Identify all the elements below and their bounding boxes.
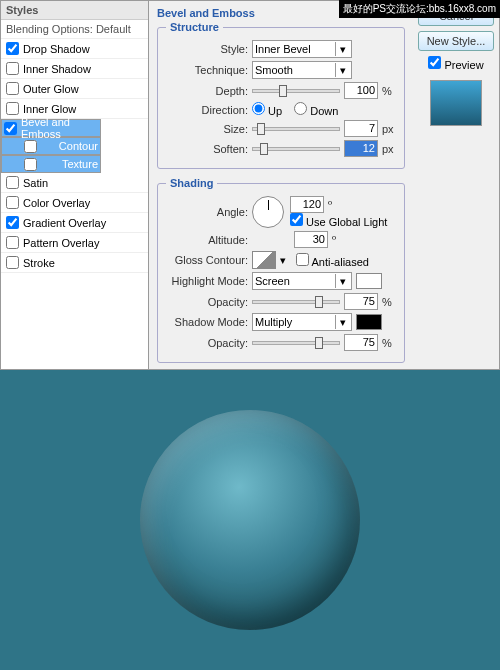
gloss-contour-picker[interactable]: [252, 251, 276, 269]
blending-options[interactable]: Blending Options: Default: [1, 20, 148, 39]
right-panel: Cancel New Style... Preview: [413, 1, 499, 369]
sidebar-item-inner-shadow[interactable]: Inner Shadow: [1, 59, 148, 79]
sidebar-item-drop-shadow[interactable]: Drop Shadow: [1, 39, 148, 59]
canvas-preview: [0, 370, 500, 670]
sidebar-item-label: Inner Shadow: [23, 63, 91, 75]
structure-group: Structure Style: Inner Bevel▾ Technique:…: [157, 21, 405, 169]
layer-style-dialog: Styles Blending Options: Default Drop Sh…: [0, 0, 500, 370]
shadow-opacity-input[interactable]: 75: [344, 334, 378, 351]
highlight-opacity-input[interactable]: 75: [344, 293, 378, 310]
highlight-mode-select[interactable]: Screen▾: [252, 272, 352, 290]
style-select[interactable]: Inner Bevel▾: [252, 40, 352, 58]
angle-label: Angle:: [166, 206, 248, 218]
sidebar-item-stroke[interactable]: Stroke: [1, 253, 148, 273]
style-checkbox[interactable]: [6, 82, 19, 95]
style-checkbox[interactable]: [6, 256, 19, 269]
style-checkbox[interactable]: [4, 122, 17, 135]
preview-checkbox[interactable]: Preview: [428, 56, 483, 71]
style-checkbox[interactable]: [24, 158, 37, 171]
direction-label: Direction:: [166, 104, 248, 116]
direction-down-radio[interactable]: Down: [294, 102, 338, 117]
shadow-color-swatch[interactable]: [356, 314, 382, 330]
chevron-down-icon: ▾: [335, 42, 349, 56]
soften-input[interactable]: 12: [344, 140, 378, 157]
sidebar-header[interactable]: Styles: [1, 1, 148, 20]
watermark-banner: 最好的PS交流论坛:bbs.16xx8.com: [339, 0, 500, 18]
sidebar-item-label: Inner Glow: [23, 103, 76, 115]
highlight-mode-label: Highlight Mode:: [166, 275, 248, 287]
technique-select[interactable]: Smooth▾: [252, 61, 352, 79]
depth-input[interactable]: 100: [344, 82, 378, 99]
size-input[interactable]: 7: [344, 120, 378, 137]
depth-unit: %: [382, 85, 396, 97]
highlight-color-swatch[interactable]: [356, 273, 382, 289]
style-checkbox[interactable]: [24, 140, 37, 153]
sidebar-item-label: Texture: [62, 158, 98, 170]
highlight-opacity-slider[interactable]: [252, 300, 340, 304]
style-checkbox[interactable]: [6, 102, 19, 115]
shading-legend: Shading: [166, 177, 217, 189]
altitude-input[interactable]: 30: [294, 231, 328, 248]
shadow-opacity-label: Opacity:: [166, 337, 248, 349]
sidebar-item-bevel-and-emboss[interactable]: Bevel and Emboss: [1, 119, 101, 137]
angle-dial[interactable]: [252, 196, 284, 228]
sidebar-item-pattern-overlay[interactable]: Pattern Overlay: [1, 233, 148, 253]
use-global-light-checkbox[interactable]: Use Global Light: [290, 216, 387, 228]
main-panel: Bevel and Emboss Structure Style: Inner …: [149, 1, 413, 369]
chevron-down-icon: ▾: [335, 315, 349, 329]
chevron-down-icon: ▾: [335, 63, 349, 77]
soften-slider[interactable]: [252, 147, 340, 151]
anti-aliased-checkbox[interactable]: Anti-aliased: [296, 253, 369, 268]
style-checkbox[interactable]: [6, 216, 19, 229]
sidebar-item-outer-glow[interactable]: Outer Glow: [1, 79, 148, 99]
size-label: Size:: [166, 123, 248, 135]
chevron-down-icon: ▾: [335, 274, 349, 288]
style-checkbox[interactable]: [6, 196, 19, 209]
highlight-opacity-label: Opacity:: [166, 296, 248, 308]
style-checkbox[interactable]: [6, 236, 19, 249]
chevron-down-icon[interactable]: ▾: [280, 254, 286, 267]
depth-slider[interactable]: [252, 89, 340, 93]
sidebar-item-label: Bevel and Emboss: [21, 116, 98, 140]
sidebar-item-label: Color Overlay: [23, 197, 90, 209]
rendered-sphere: [140, 410, 360, 630]
structure-legend: Structure: [166, 21, 223, 33]
style-checkbox[interactable]: [6, 62, 19, 75]
new-style-button[interactable]: New Style...: [418, 31, 494, 51]
size-unit: px: [382, 123, 396, 135]
shading-group: Shading Angle: 120 º Use Global Light Al…: [157, 177, 405, 363]
sidebar-item-label: Satin: [23, 177, 48, 189]
size-slider[interactable]: [252, 127, 340, 131]
styles-sidebar: Styles Blending Options: Default Drop Sh…: [1, 1, 149, 369]
shadow-opacity-slider[interactable]: [252, 341, 340, 345]
gloss-contour-label: Gloss Contour:: [166, 254, 248, 266]
style-label: Style:: [166, 43, 248, 55]
direction-up-radio[interactable]: Up: [252, 102, 282, 117]
sidebar-item-label: Outer Glow: [23, 83, 79, 95]
sidebar-item-label: Drop Shadow: [23, 43, 90, 55]
sidebar-item-label: Stroke: [23, 257, 55, 269]
sidebar-item-satin[interactable]: Satin: [1, 173, 148, 193]
sidebar-item-color-overlay[interactable]: Color Overlay: [1, 193, 148, 213]
sidebar-item-label: Gradient Overlay: [23, 217, 106, 229]
technique-label: Technique:: [166, 64, 248, 76]
sidebar-item-label: Pattern Overlay: [23, 237, 99, 249]
angle-input[interactable]: 120: [290, 196, 324, 213]
preview-swatch: [430, 80, 482, 126]
shadow-mode-select[interactable]: Multiply▾: [252, 313, 352, 331]
sidebar-item-texture[interactable]: Texture: [1, 155, 101, 173]
soften-label: Soften:: [166, 143, 248, 155]
depth-label: Depth:: [166, 85, 248, 97]
sidebar-item-label: Contour: [59, 140, 98, 152]
style-checkbox[interactable]: [6, 176, 19, 189]
shadow-mode-label: Shadow Mode:: [166, 316, 248, 328]
sidebar-item-gradient-overlay[interactable]: Gradient Overlay: [1, 213, 148, 233]
soften-unit: px: [382, 143, 396, 155]
altitude-label: Altitude:: [166, 234, 248, 246]
style-checkbox[interactable]: [6, 42, 19, 55]
